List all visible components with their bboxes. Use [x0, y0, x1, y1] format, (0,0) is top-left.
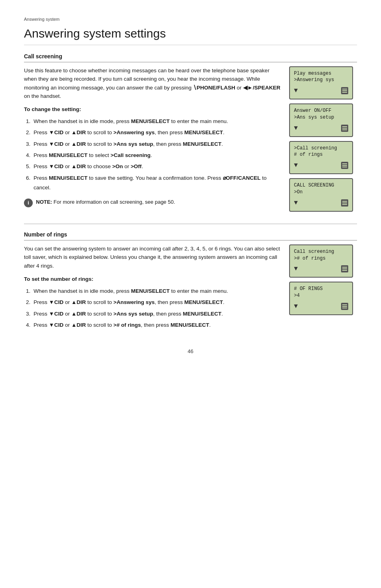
menu-icon	[341, 265, 348, 272]
lcd-line: Answer ON/OFF	[294, 107, 348, 114]
phone-flash-label: ∖PHONE/FLASH	[193, 85, 235, 91]
lcd-line: # OF RINGS	[294, 286, 348, 292]
change-setting-title: To change the setting:	[24, 105, 281, 113]
nav-arrow-icon: ▼	[294, 123, 298, 133]
menu-icon	[341, 199, 348, 207]
menu-icon	[341, 125, 348, 132]
section-divider	[24, 224, 357, 224]
lcd-line: >Call screening	[294, 145, 348, 152]
page-number: 46	[24, 348, 357, 356]
lcd-line: # of rings	[294, 151, 348, 158]
nav-arrow-icon: ▼	[294, 86, 298, 95]
step-item: Press MENU/SELECT to save the setting. Y…	[32, 173, 281, 193]
call-screening-section: Call screening Use this feature to choos…	[24, 52, 357, 212]
step-item: Press ▼CID or ▲DIR to scroll to >Ans sys…	[32, 309, 281, 319]
breadcrumb: Answering system	[24, 16, 357, 23]
lcd-screen-2: Answer ON/OFF >Ans sys setup ▼	[289, 103, 353, 137]
step-item: Press ▼CID or ▲DIR to scroll to >Ans sys…	[32, 139, 281, 149]
menu-icon	[341, 87, 348, 94]
menu-icon	[341, 162, 348, 169]
step-item: Press ▼CID or ▲DIR to scroll to ># of ri…	[32, 320, 281, 330]
note-box: i NOTE: For more information on call scr…	[24, 198, 281, 207]
call-screening-steps: When the handset is in idle mode, press …	[32, 117, 281, 193]
lcd-screen-1: Play messages >Answering sys ▼	[289, 66, 353, 100]
nav-arrow-icon: ▼	[294, 198, 298, 208]
lcd-screen-4: CALL SCREENING >On ▼	[289, 178, 353, 212]
nav-arrow-icon: ▼	[294, 302, 298, 311]
step-item: Press ▼CID or ▲DIR to scroll to >Answeri…	[32, 128, 281, 137]
lcd-screen-3: >Call screening # of rings ▼	[289, 141, 353, 175]
call-screening-title: Call screening	[24, 52, 357, 62]
step-item: Press MENU/SELECT to select >Call screen…	[32, 151, 281, 160]
nav-arrow-icon: ▼	[294, 264, 298, 274]
speaker-label: ◀►/SPEAKER	[243, 85, 280, 91]
call-screening-body: Use this feature to choose whether incom…	[24, 66, 281, 101]
set-rings-title: To set the number of rings:	[24, 275, 281, 283]
note-text: NOTE: For more information on call scree…	[36, 198, 175, 206]
lcd-line: Call screening	[294, 248, 348, 255]
number-of-rings-text-col: You can set the answering system to answ…	[24, 244, 281, 332]
number-of-rings-steps: When the handset is in idle mode, press …	[32, 286, 281, 330]
info-icon: i	[24, 199, 33, 207]
number-of-rings-screens: Call screening ># of rings ▼ # OF RINGS …	[289, 244, 357, 315]
nav-arrow-icon: ▼	[294, 161, 298, 170]
lcd-line: >Ans sys setup	[294, 114, 348, 121]
step-item: Press ▼CID or ▲DIR to scroll to >Answeri…	[32, 298, 281, 307]
step-item: When the handset is in idle mode, press …	[32, 117, 281, 126]
lcd-line: >Answering sys	[294, 77, 348, 83]
number-of-rings-section: Number of rings You can set the answerin…	[24, 230, 357, 332]
menu-icon	[341, 303, 348, 310]
number-of-rings-body: You can set the answering system to answ…	[24, 244, 281, 270]
page-title: Answering system settings	[24, 24, 357, 45]
step-item: Press ▼CID or ▲DIR to choose >On or >Off…	[32, 162, 281, 171]
call-screening-screens: Play messages >Answering sys ▼ Answer ON…	[289, 66, 357, 212]
number-of-rings-title: Number of rings	[24, 230, 357, 240]
lcd-line: ># of rings	[294, 255, 348, 262]
lcd-line: CALL SCREENING	[294, 182, 348, 189]
call-screening-text-col: Use this feature to choose whether incom…	[24, 66, 281, 212]
lcd-line: >4	[294, 292, 348, 299]
lcd-line: Play messages	[294, 70, 348, 77]
lcd-line: >On	[294, 189, 348, 196]
lcd-screen-rings-1: Call screening ># of rings ▼	[289, 244, 353, 278]
step-item: When the handset is in idle mode, press …	[32, 286, 281, 296]
lcd-screen-rings-2: # OF RINGS >4 ▼	[289, 282, 353, 315]
